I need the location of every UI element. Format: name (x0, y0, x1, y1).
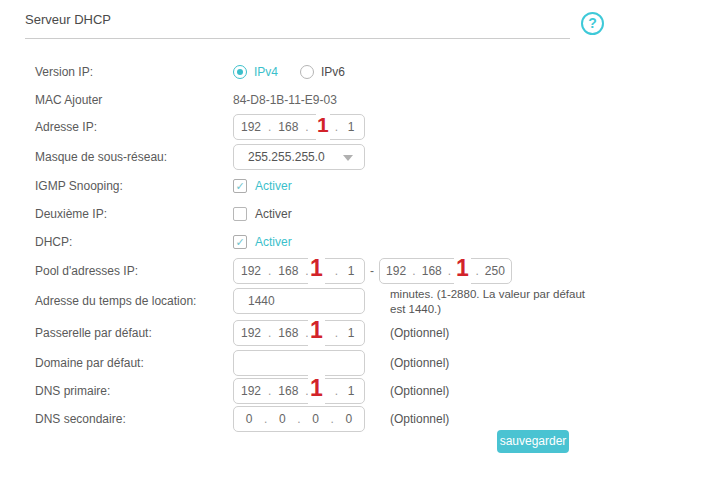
pool-end-input[interactable]: 192 . 168 . . 250 1 (379, 258, 512, 284)
domain-optional-note: (Optionnel) (390, 350, 449, 376)
row-igmp: IGMP Snooping: ✓ Activer (0, 173, 714, 199)
deuxieme-ip-label: Deuxième IP: (35, 201, 107, 227)
dropdown-arrow-icon (343, 155, 353, 161)
ip-dot: . (305, 120, 308, 134)
dns-primary-optional-note: (Optionnel) (390, 378, 449, 404)
gateway-label: Passerelle par défaut: (35, 320, 152, 346)
ip-dot: . (331, 412, 334, 426)
lease-label: Adresse du temps de location: (35, 288, 196, 314)
ip-octet: 168 (422, 264, 442, 278)
row-dns-secondary: DNS secondaire: 0 . 0 . 0 . 0 (Optionnel… (0, 406, 714, 432)
adresse-ip-label: Adresse IP: (35, 114, 97, 140)
radio-ipv6-label: IPv6 (321, 65, 345, 79)
lease-field (233, 288, 365, 314)
header-divider (25, 38, 570, 39)
row-domain: Domaine par défaut: (Optionnel) (0, 350, 714, 376)
version-ip-radio-group: IPv4 IPv6 (233, 59, 345, 85)
dns-secondary-input[interactable]: 0 . 0 . 0 . 0 (233, 406, 365, 432)
row-dns-primary: DNS primaire: 192 . 168 . . 1 1 (Optionn… (0, 378, 714, 404)
masque-label: Masque de sous-réseau: (35, 144, 167, 170)
ip-octet: 1 (345, 264, 357, 278)
ip-octet: 0 (243, 412, 255, 426)
ip-dot: . (475, 264, 478, 278)
dhcp-server-panel: Serveur DHCP ? Version IP: IPv4 IPv6 MAC… (0, 0, 714, 488)
igmp-checkbox[interactable]: ✓ Activer (233, 173, 292, 199)
row-masque: Masque de sous-réseau: 255.255.255.0 (0, 144, 714, 170)
dhcp-checkbox[interactable]: ✓ Activer (233, 229, 292, 255)
adresse-ip-input[interactable]: 192 . 168 . 0 . 1 1 (233, 114, 365, 140)
row-version-ip: Version IP: IPv4 IPv6 (0, 59, 714, 85)
deuxieme-activer-label: Activer (255, 207, 292, 221)
radio-ipv4[interactable]: IPv4 (233, 65, 278, 79)
row-deuxieme-ip: Deuxième IP: Activer (0, 201, 714, 227)
lease-input[interactable] (233, 288, 365, 314)
ip-octet: 168 (278, 326, 298, 340)
red-annotation-1: 1 (308, 314, 325, 346)
version-ip-label: Version IP: (35, 59, 93, 85)
row-gateway: Passerelle par défaut: 192 . 168 . . 1 1… (0, 320, 714, 346)
ip-dot: . (264, 412, 267, 426)
dhcp-activer-label: Activer (255, 235, 292, 249)
help-icon[interactable]: ? (581, 12, 604, 35)
ip-dot: . (448, 264, 451, 278)
ip-dot: . (268, 326, 271, 340)
dns-primary-label: DNS primaire: (35, 378, 110, 404)
ip-octet: 0 (343, 412, 355, 426)
ip-dot: . (335, 264, 338, 278)
domain-field (233, 350, 365, 376)
ip-octet: 168 (278, 120, 298, 134)
ip-octet: 168 (278, 384, 298, 398)
radio-unselected-icon (300, 65, 314, 79)
checkbox-checked-icon: ✓ (233, 179, 247, 193)
ip-octet: 192 (386, 264, 406, 278)
pool-start-input[interactable]: 192 . 168 . . 1 1 (233, 258, 365, 284)
ip-octet: 192 (241, 264, 261, 278)
row-adresse-ip: Adresse IP: 192 . 168 . 0 . 1 1 (0, 114, 714, 140)
deuxieme-ip-checkbox[interactable]: Activer (233, 201, 292, 227)
red-annotation-1: 1 (308, 252, 325, 284)
ip-octet: 250 (485, 264, 505, 278)
save-button[interactable]: sauvegarder (497, 430, 569, 453)
ip-dot: . (412, 264, 415, 278)
checkbox-checked-icon: ✓ (233, 235, 247, 249)
row-lease: Adresse du temps de location: minutes. (… (0, 288, 714, 314)
dns-secondary-optional-note: (Optionnel) (390, 406, 449, 432)
row-mac: MAC Ajouter 84-D8-1B-11-E9-03 (0, 87, 714, 113)
mac-label: MAC Ajouter (35, 87, 102, 113)
igmp-label: IGMP Snooping: (35, 173, 123, 199)
pool-label: Pool d'adresses IP: (35, 258, 138, 284)
ip-dot: . (335, 384, 338, 398)
ip-octet: 192 (241, 120, 261, 134)
pool-range-dash: - (370, 264, 374, 278)
ip-dot: . (268, 384, 271, 398)
domain-input[interactable] (233, 350, 365, 376)
red-annotation-1: 1 (454, 252, 471, 284)
gateway-optional-note: (Optionnel) (390, 320, 449, 346)
ip-octet: 192 (241, 384, 261, 398)
ip-octet: 1 (345, 384, 357, 398)
lease-hint: minutes. (1-2880. La valeur par défaut e… (390, 287, 590, 317)
ip-octet: 0 (310, 412, 322, 426)
subnet-mask-value: 255.255.255.0 (248, 145, 325, 169)
dhcp-label: DHCP: (35, 229, 72, 255)
radio-selected-icon (233, 65, 247, 79)
ip-octet: 1 (345, 120, 357, 134)
domain-label: Domaine par défaut: (35, 350, 144, 376)
red-annotation-1: 1 (316, 110, 330, 140)
radio-ipv6[interactable]: IPv6 (300, 65, 345, 79)
pool-fields: 192 . 168 . . 1 1 - 192 . 168 . . 250 1 (233, 258, 512, 284)
ip-octet: 0 (276, 412, 288, 426)
red-annotation-1: 1 (308, 372, 325, 404)
row-pool: Pool d'adresses IP: 192 . 168 . . 1 1 - … (0, 258, 714, 284)
radio-ipv4-label: IPv4 (254, 65, 278, 79)
row-dhcp: DHCP: ✓ Activer (0, 229, 714, 255)
ip-octet: 168 (278, 264, 298, 278)
dns-primary-input[interactable]: 192 . 168 . . 1 1 (233, 378, 365, 404)
subnet-mask-select[interactable]: 255.255.255.0 (233, 144, 365, 170)
ip-octet: 1 (345, 326, 357, 340)
gateway-input[interactable]: 192 . 168 . . 1 1 (233, 320, 365, 346)
ip-dot: . (335, 120, 338, 134)
page-title: Serveur DHCP (25, 12, 111, 27)
ip-dot: . (268, 120, 271, 134)
ip-dot: . (335, 326, 338, 340)
